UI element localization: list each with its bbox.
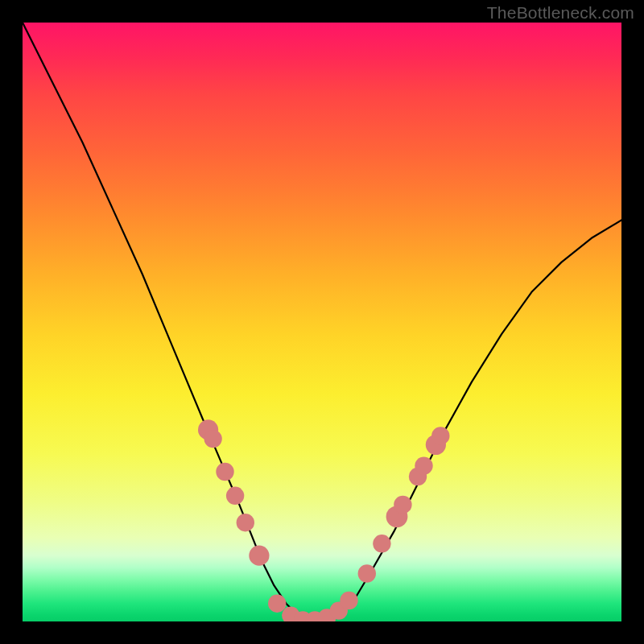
marker-right-cluster — [358, 564, 376, 582]
marker-left-cluster — [237, 514, 254, 531]
marker-right-cluster — [394, 496, 411, 514]
marker-left-cluster — [216, 463, 233, 481]
watermark-text: TheBottleneck.com — [487, 3, 634, 23]
marker-left-cluster — [226, 487, 244, 505]
marker-trough — [340, 592, 357, 609]
chart-overlay — [23, 23, 621, 621]
bottleneck-curve — [23, 23, 621, 621]
plot-area — [23, 23, 621, 621]
chart-frame: TheBottleneck.com — [0, 0, 644, 644]
data-markers — [198, 419, 450, 621]
marker-left-cluster — [249, 546, 269, 566]
marker-right-cluster — [415, 456, 432, 474]
marker-left-cluster — [204, 430, 221, 448]
marker-right-cluster — [431, 427, 449, 444]
marker-right-cluster — [373, 535, 390, 552]
marker-trough — [268, 595, 286, 613]
